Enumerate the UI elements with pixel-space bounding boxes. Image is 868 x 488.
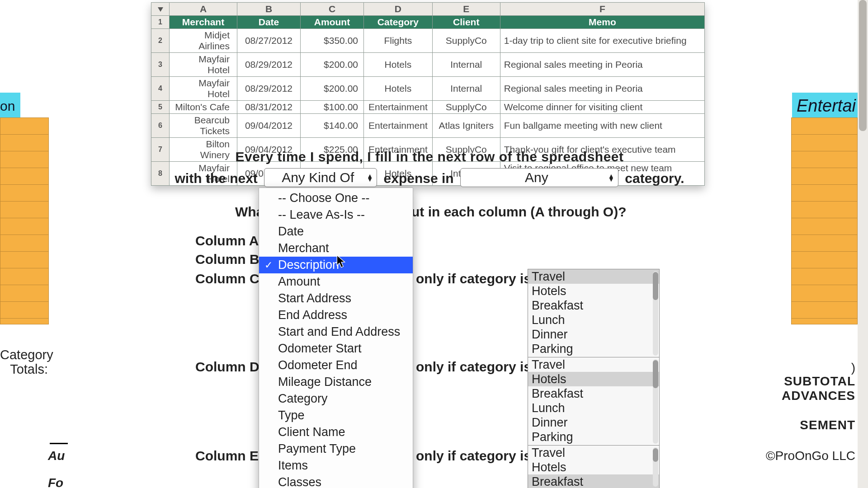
page-scrollbar-thumb[interactable] [859,0,867,131]
cell-client[interactable]: Atlas Igniters [432,114,500,138]
cell-memo[interactable]: Regional sales meeting in Peoria [500,77,704,101]
cell-date[interactable]: 08/29/2012 [237,53,301,77]
column-question-right: ut in each column (A through O)? [411,204,627,220]
listbox-option[interactable]: Travel [528,357,659,372]
cell-category[interactable]: Entertainment [364,101,433,114]
dropdown-option[interactable]: Client Name [259,424,413,441]
label-column-a: Column A: [195,233,264,249]
cell-category[interactable]: Flights [364,29,433,53]
dropdown-option[interactable]: Payment Type [259,441,413,457]
dropdown-option[interactable]: Mileage Distance [259,374,413,390]
dropdown-option[interactable]: Date [259,223,413,240]
cell-merchant[interactable]: Midjet Airlines [170,29,237,53]
dropdown-option[interactable]: Start Address [259,290,413,307]
dropdown-option[interactable]: Classes [259,474,413,488]
cell-amount[interactable]: $350.00 [301,29,364,53]
label-column-d: Column D: [195,359,264,375]
bg-blue-header-left: on [0,93,20,117]
dropdown-option[interactable]: Odometer End [259,357,413,374]
dropdown-option[interactable]: -- Leave As-Is -- [259,206,413,223]
category-totals-line2: Totals: [0,362,48,377]
hdr-date: Date [237,16,301,29]
listbox-option[interactable]: Travel [528,446,659,460]
cell-date[interactable]: 08/27/2012 [237,29,301,53]
bg-col-label-entertainment: Entertai [797,96,856,116]
row-num[interactable]: 2 [151,29,170,53]
listbox-option[interactable]: Travel [528,269,659,284]
listbox-column-e-categories[interactable]: TravelHotelsBreakfast [528,445,660,488]
row-num[interactable]: 6 [151,114,170,138]
listbox-option[interactable]: Dinner [528,327,659,342]
dropdown-option[interactable]: Type [259,407,413,424]
cell-client[interactable]: SupplyCo [432,101,500,114]
select-expense-kind[interactable]: Any Kind Of ▲▼ [264,168,377,187]
col-letter-A[interactable]: A [170,3,237,16]
cell-client[interactable]: Internal [432,77,500,101]
cell-amount[interactable]: $200.00 [301,77,364,101]
dropdown-option[interactable]: Description [259,257,413,273]
dropdown-option[interactable]: Amount [259,273,413,290]
row-num-1[interactable]: 1 [151,16,170,29]
dropdown-option[interactable]: Odometer Start [259,340,413,357]
listbox-option[interactable]: Breakfast [528,474,659,488]
listbox-option[interactable]: Breakfast [528,298,659,313]
cell-category[interactable]: Hotels [364,77,433,101]
dropdown-option[interactable]: End Address [259,307,413,324]
dropdown-option[interactable]: Items [259,457,413,474]
cell-merchant[interactable]: Mayfair Hotel [170,77,237,101]
select-all-corner[interactable] [151,3,170,16]
cell-date[interactable]: 08/29/2012 [237,77,301,101]
cell-client[interactable]: Internal [432,53,500,77]
cell-category[interactable]: Entertainment [364,114,433,138]
dropdown-option[interactable]: -- Choose One -- [259,190,413,206]
dropdown-option[interactable]: Start and End Address [259,324,413,340]
cell-amount[interactable]: $200.00 [301,53,364,77]
table-row: 6Bearcub Tickets09/04/2012$140.00Enterta… [151,114,705,138]
col-letter-D[interactable]: D [364,3,433,16]
listbox-option[interactable]: Parking [528,342,659,356]
row-num[interactable]: 4 [151,77,170,101]
header-row: 1 Merchant Date Amount Category Client M… [151,16,705,29]
listbox-column-c-categories[interactable]: TravelHotelsBreakfastLunchDinnerParking [528,269,660,358]
sentence-category-word: category. [625,171,684,186]
listbox-option[interactable]: Parking [528,430,659,444]
listbox-scrollbar-thumb[interactable] [653,448,658,462]
listbox-scrollbar-thumb[interactable] [653,360,658,388]
col-letter-B[interactable]: B [237,3,301,16]
cell-date[interactable]: 08/31/2012 [237,101,301,114]
dropdown-option[interactable]: Category [259,390,413,407]
row-num[interactable]: 5 [151,101,170,114]
cell-memo[interactable]: 1-day trip to client site for executive … [500,29,704,53]
cell-amount[interactable]: $100.00 [301,101,364,114]
cell-merchant[interactable]: Milton's Cafe [170,101,237,114]
listbox-scrollbar[interactable] [653,271,658,356]
select-category[interactable]: Any ▲▼ [460,168,618,187]
listbox-option[interactable]: Hotels [528,460,659,474]
row-num[interactable]: 3 [151,53,170,77]
cell-date[interactable]: 09/04/2012 [237,114,301,138]
column-datatype-dropdown-menu[interactable]: -- Choose One ---- Leave As-Is --DateMer… [259,188,413,488]
listbox-option[interactable]: Lunch [528,313,659,327]
cell-amount[interactable]: $140.00 [301,114,364,138]
cell-merchant[interactable]: Mayfair Hotel [170,53,237,77]
cell-category[interactable]: Hotels [364,53,433,77]
dropdown-option[interactable]: Merchant [259,240,413,257]
listbox-option[interactable]: Breakfast [528,386,659,401]
listbox-option[interactable]: Hotels [528,372,659,386]
cell-memo[interactable]: Fun ballgame meeting with new client [500,114,704,138]
col-letter-E[interactable]: E [432,3,500,16]
listbox-option[interactable]: Lunch [528,401,659,415]
listbox-column-d-categories[interactable]: TravelHotelsBreakfastLunchDinnerParking [528,357,660,446]
cell-memo[interactable]: Welcome dinner for visiting client [500,101,704,114]
cell-memo[interactable]: Regional sales meeting in Peoria [500,53,704,77]
listbox-option[interactable]: Hotels [528,284,659,298]
cell-client[interactable]: SupplyCo [432,29,500,53]
listbox-option[interactable]: Dinner [528,415,659,430]
cell-merchant[interactable]: Bearcub Tickets [170,114,237,138]
listbox-scrollbar[interactable] [653,359,658,444]
listbox-scrollbar-thumb[interactable] [653,272,658,300]
listbox-scrollbar[interactable] [653,447,658,487]
col-letter-F[interactable]: F [500,3,704,16]
col-letter-C[interactable]: C [301,3,364,16]
page-scrollbar[interactable] [858,0,868,488]
